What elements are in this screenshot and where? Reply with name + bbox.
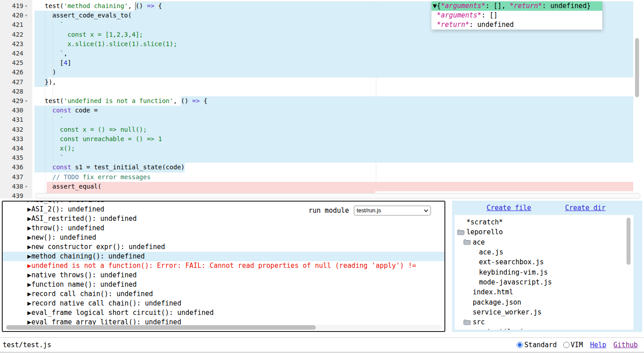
console-items: ▶ASI_1(): undefined▶ASI_2(): undefined▶A… [3,201,444,327]
file-tree-list: *scratch*leporelloaceace.jsext-searchbox… [454,215,634,330]
code-line[interactable]: const x = () => null(); [37,125,147,134]
code-line[interactable]: ` [37,115,64,125]
code-token: assert_code_evals_to( [37,12,132,19]
tree-item-label: service_worker.js [473,308,542,316]
tree-file[interactable]: ace.js [455,247,633,257]
console-item[interactable]: ▶native throws(): undefined [3,271,444,280]
console-panel: ▶ASI_1(): undefined▶ASI_2(): undefined▶A… [2,201,445,332]
line-number: 424 [0,49,23,58]
code-token [37,164,52,171]
code-token: 'method chaining' [64,2,128,9]
current-file-path: test/test.js [3,341,51,349]
code-token: , [173,97,181,104]
line-number: 429 [0,96,23,106]
line-number: 420 [0,11,23,20]
executed-code-highlight [35,58,633,68]
tree-item-label: src [473,318,485,326]
code-line[interactable]: ) [37,68,56,77]
code-line[interactable]: `, [37,49,67,58]
tooltip-header[interactable]: ▼{*arguments*: [], *return*: undefined} [431,1,602,11]
code-token: // TODO [52,173,79,181]
fold-arrow-icon[interactable]: ▾ [25,1,28,11]
code-line[interactable]: ` [37,20,64,30]
code-line[interactable]: const unreachable = () => 1 [37,134,162,144]
code-line[interactable]: assert_code_evals_to( [37,11,132,20]
tree-file[interactable]: ast_utils.js [455,327,633,330]
code-token: const [52,164,71,171]
code-token: ` [37,21,64,28]
console-item[interactable]: ▶ASI_1(): undefined [3,201,444,205]
tooltip-entry[interactable]: *arguments*: [] [431,11,602,20]
run-module-select[interactable]: test/run.js [354,206,431,215]
tree-item-label: ext-searchbox.js [479,258,544,266]
line-number: 419 [0,1,23,11]
fold-arrow-icon[interactable]: ▾ [25,96,28,106]
tooltip-entry[interactable]: *return*: undefined [431,20,602,30]
tree-folder[interactable]: src [455,317,633,327]
tree-file[interactable]: ext-searchbox.js [455,257,633,267]
code-line[interactable]: [4] [37,58,71,68]
code-line[interactable]: assert_equal( [37,182,101,191]
vim-radio[interactable] [563,342,570,348]
code-line[interactable]: test('undefined is not a function', () =… [37,96,207,106]
tree-file[interactable]: *scratch* [455,217,633,227]
tree-file[interactable]: service_worker.js [455,307,633,317]
code-token: { [154,2,162,9]
console-item[interactable]: ▶throw(): undefined [3,224,444,233]
tree-file[interactable]: mode-javascript.js [455,277,633,287]
code-line[interactable]: const s1 = test_initial_state(code) [37,163,185,172]
code-token: *return* [510,2,542,10]
tree-file[interactable]: keybinding-vim.js [455,267,633,277]
tree-file[interactable]: index.html [455,287,633,297]
tree-item-label: keybinding-vim.js [479,268,548,276]
console-item[interactable]: ▶eval_frame logical short circuit(): und… [3,308,444,318]
tree-item-label: ast_utils.js [479,328,527,330]
line-number: 427 [0,77,23,87]
code-token: ` [37,154,64,161]
code-token: => [192,97,200,104]
code-line[interactable]: // TODO fix error messages [37,172,151,182]
github-link[interactable]: Github [614,341,638,349]
editor-horizontal-scrollbar[interactable] [35,193,640,198]
code-line[interactable]: const x = [1,2,3,4]; [37,30,143,39]
create-dir-button[interactable]: Create dir [565,204,605,212]
fold-arrow-icon[interactable]: ▾ [25,11,28,20]
tree-folder[interactable]: leporello [455,227,633,237]
code-line[interactable]: x(); [37,144,75,153]
line-number: 432 [0,125,23,134]
console-scrollbar-thumb[interactable] [6,325,316,330]
standard-radio[interactable] [517,342,523,348]
console-item-error[interactable]: ▶undefined is not a function(): Error: F… [3,261,444,271]
console-item[interactable]: ▶record call chain(): undefined [3,289,444,299]
editor-gutter: 419▾420▾421422423424425426427428429▾4304… [0,0,32,198]
tree-file[interactable]: package.json [455,297,633,307]
code-line[interactable]: }), [37,77,56,87]
code-line[interactable]: ` [37,153,64,163]
code-line[interactable]: const code = [37,106,98,115]
line-number: 434 [0,144,23,153]
editor-vertical-scrollbar-thumb[interactable] [635,38,639,97]
keybinding-vim-option[interactable]: VIM [563,341,583,349]
keybinding-standard-option[interactable]: Standard [517,341,557,349]
code-editor[interactable]: 419▾420▾421422423424425426427428429▾4304… [0,0,644,198]
console-item[interactable]: ▶new constructor expr(): undefined [3,242,444,252]
create-file-button[interactable]: Create file [487,204,531,212]
code-line[interactable]: test('method chaining', () => { [37,1,162,11]
file-tree-scrollbar-thumb[interactable] [627,218,631,265]
line-number: 421 [0,20,23,30]
console-item[interactable]: ▶function name(): undefined [3,280,444,289]
tree-item-label: leporello [466,228,503,236]
tree-folder[interactable]: ace [455,237,633,247]
tree-item-label: index.html [473,288,513,296]
code-line[interactable]: x.slice(1).slice(1).slice(1); [37,39,177,49]
console-item[interactable]: ▶ASI_restrited(): undefined [3,214,444,224]
help-link[interactable]: Help [590,341,606,349]
console-item[interactable]: ▶new(): undefined [3,233,444,242]
value-tooltip: ▼{*arguments*: [], *return*: undefined} … [431,1,602,30]
line-number: 438 [0,182,23,191]
console-item[interactable]: ▶record native call chain(): undefined [3,299,444,308]
fold-arrow-icon[interactable]: ▾ [25,182,28,191]
console-item[interactable]: ▶method chaining(): undefined [3,252,444,261]
code-token: test( [37,2,64,9]
line-number: 425 [0,58,23,68]
